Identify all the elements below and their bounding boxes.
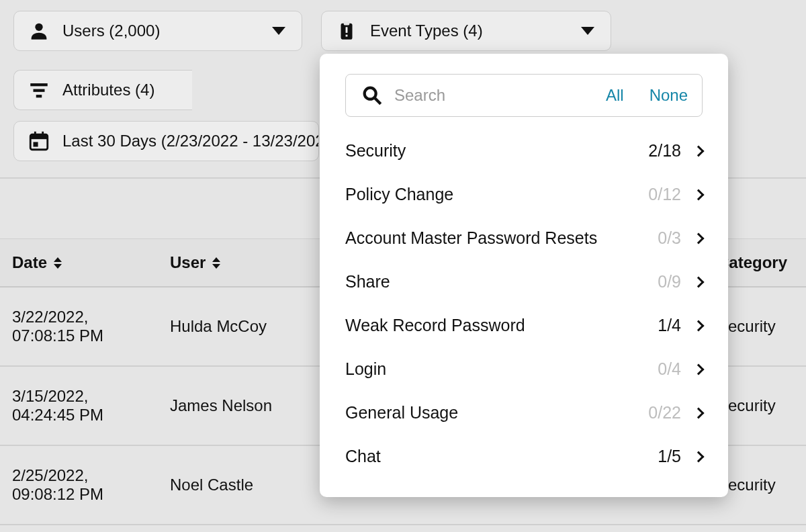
cell-user: Noel Castle <box>158 476 336 494</box>
dropdown-option[interactable]: Security2/18 <box>320 129 728 173</box>
table-row[interactable]: 2/19/2022,08:18:30 PMJonathan TranSacram… <box>0 525 806 532</box>
dropdown-option-label: Weak Record Password <box>345 316 658 335</box>
dropdown-option-label: Share <box>345 272 658 292</box>
dropdown-option[interactable]: Share0/9 <box>320 260 728 304</box>
svg-rect-4 <box>346 35 348 37</box>
cell-date: 3/15/2022,04:24:45 PM <box>0 387 158 425</box>
dropdown-option-count: 0/4 <box>658 359 681 379</box>
search-icon <box>361 84 384 107</box>
dropdown-option-label: Account Master Password Resets <box>345 228 658 248</box>
dropdown-option-count: 2/18 <box>648 141 681 161</box>
cell-date: 3/22/2022,07:08:15 PM <box>0 308 158 345</box>
dropdown-option-label: Security <box>345 141 648 161</box>
chevron-right-icon <box>693 363 705 375</box>
svg-rect-10 <box>34 132 36 136</box>
dropdown-option[interactable]: General Usage0/22 <box>320 391 728 435</box>
dropdown-select-none[interactable]: None <box>650 86 688 105</box>
date-range-filter[interactable]: Last 30 Days (2/23/2022 - 13/23/2022) <box>13 121 319 161</box>
col-header-user[interactable]: User <box>158 253 336 272</box>
chevron-down-icon <box>272 27 285 35</box>
dropdown-option[interactable]: Login0/4 <box>320 347 728 391</box>
event-types-filter-label: Event Types (4) <box>370 21 569 40</box>
sort-icon <box>54 257 62 269</box>
dropdown-option[interactable]: Policy Change0/12 <box>320 173 728 216</box>
dropdown-option-label: General Usage <box>345 403 648 423</box>
calendar-icon <box>28 130 50 152</box>
svg-rect-12 <box>34 142 38 146</box>
dropdown-option-count: 0/9 <box>658 272 681 292</box>
svg-line-14 <box>375 98 381 104</box>
chevron-right-icon <box>693 451 705 462</box>
dropdown-select-all[interactable]: All <box>606 86 624 105</box>
date-range-label: Last 30 Days (2/23/2022 - 13/23/2022) <box>62 132 319 150</box>
dropdown-option-count: 1/5 <box>658 447 681 466</box>
dropdown-option-count: 0/22 <box>648 403 681 423</box>
cell-date: 2/25/2022,09:08:12 PM <box>0 466 158 504</box>
filter-icon <box>28 79 50 101</box>
chevron-right-icon <box>693 189 705 200</box>
dropdown-option-label: Policy Change <box>345 185 648 204</box>
svg-rect-2 <box>344 21 350 26</box>
users-filter[interactable]: Users (2,000) <box>13 11 302 51</box>
dropdown-search-row: All None <box>345 74 703 117</box>
attributes-filter-label: Attributes (4) <box>62 81 176 99</box>
clipboard-alert-icon <box>335 19 358 42</box>
dropdown-option-label: Chat <box>345 447 658 466</box>
dropdown-option-count: 0/12 <box>648 185 681 204</box>
user-icon <box>28 19 50 42</box>
attributes-filter[interactable]: Attributes (4) <box>13 70 192 110</box>
chevron-right-icon <box>693 320 705 331</box>
cell-user: James Nelson <box>158 396 336 415</box>
cell-user: Hulda McCoy <box>158 317 336 336</box>
svg-point-13 <box>365 88 376 99</box>
dropdown-option-label: Login <box>345 359 658 379</box>
dropdown-option[interactable]: Weak Record Password1/4 <box>320 304 728 347</box>
sort-icon <box>212 257 220 269</box>
dropdown-option-count: 1/4 <box>658 316 681 335</box>
dropdown-search-input[interactable] <box>394 86 595 105</box>
users-filter-label: Users (2,000) <box>62 21 260 40</box>
svg-rect-5 <box>30 83 48 86</box>
chevron-right-icon <box>693 407 705 418</box>
dropdown-option[interactable]: Chat1/5 <box>320 435 728 478</box>
chevron-right-icon <box>693 145 705 157</box>
col-header-date-label: Date <box>12 253 47 272</box>
event-types-filter[interactable]: Event Types (4) <box>321 11 611 51</box>
col-header-user-label: User <box>170 253 206 272</box>
chevron-right-icon <box>693 276 705 287</box>
svg-rect-3 <box>346 27 348 33</box>
col-header-date[interactable]: Date <box>0 253 158 272</box>
svg-rect-9 <box>30 134 48 139</box>
dropdown-option-count: 0/3 <box>658 228 681 248</box>
dropdown-option[interactable]: Account Master Password Resets0/3 <box>320 216 728 260</box>
svg-rect-6 <box>34 89 45 92</box>
event-types-dropdown: All None Security2/18Policy Change0/12Ac… <box>320 54 728 497</box>
chevron-down-icon <box>581 27 594 35</box>
svg-rect-7 <box>36 95 42 97</box>
chevron-right-icon <box>693 232 705 244</box>
svg-rect-11 <box>42 132 44 136</box>
svg-point-0 <box>35 24 42 31</box>
